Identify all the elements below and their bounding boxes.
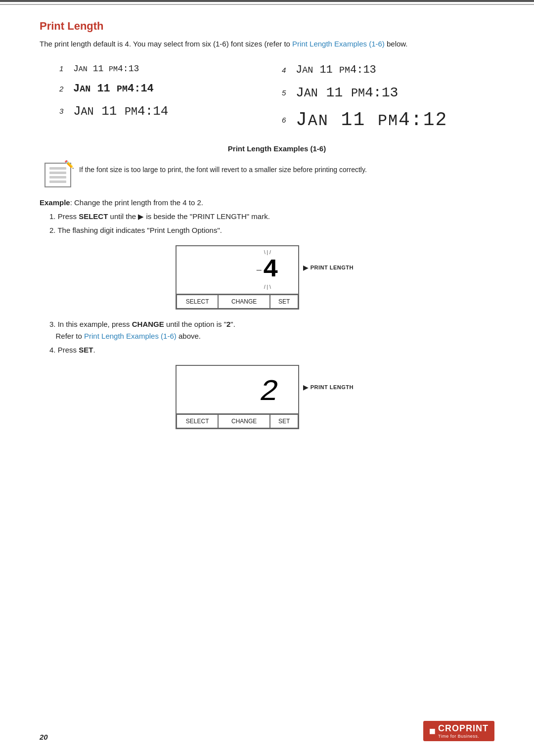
top-border [0, 0, 534, 5]
set-btn-1[interactable]: SET [270, 295, 298, 309]
example-num-4: 4 [282, 66, 296, 74]
note-text: If the font size is too large to print, … [79, 165, 367, 175]
step3-link[interactable]: Print Length Examples (1-6) [84, 332, 177, 340]
arrow-icon-2: ▶ [303, 384, 309, 391]
brand-logo: ■ CROPRINT Time for Business. [423, 721, 494, 741]
note-line-1 [49, 167, 66, 170]
page-footer: 20 ■ CROPRINT Time for Business. [40, 721, 494, 741]
step-2: 2. The flashing digit indicates "Print L… [49, 224, 494, 236]
section-title: Print Length [40, 20, 494, 33]
intro-paragraph: The print length default is 4. You may s… [40, 39, 494, 50]
intro-text-before: The print length default is 4. You may s… [40, 40, 292, 48]
print-length-text-1: PRINT LENGTH [311, 265, 354, 270]
two-bold: 2 [226, 320, 230, 328]
timestamp-1: JAN 11 PM4:13 [73, 64, 139, 74]
example-num-1: 1 [59, 64, 73, 73]
note-line-3 [49, 176, 66, 178]
diagram-1: \ | / – 4 / | \ SELECT CHANGE SET [40, 245, 494, 310]
device-box-2: 2 SELECT CHANGE SET [176, 365, 299, 429]
arrow-icon-1: ▶ [303, 264, 309, 271]
note-icon: ✏️ [44, 163, 71, 187]
font-example-1: 1 JAN 11 PM4:13 [59, 64, 272, 74]
font-example-6: 6 JAN 11 PM4:12 [282, 109, 494, 131]
change-bold: CHANGE [132, 320, 164, 328]
device-buttons-1: SELECT CHANGE SET [177, 294, 298, 309]
note-box: ✏️ If the font size is too large to prin… [44, 163, 494, 187]
example-num-3: 3 [59, 107, 73, 115]
font-example-4: 4 JAN 11 PM4:13 [282, 64, 494, 76]
font-example-3: 3 JAN 11 PM4:14 [59, 104, 272, 119]
example-section: Example: Change the print length from th… [40, 198, 494, 429]
timestamp-5: JAN 11 PM4:13 [296, 85, 398, 100]
pencil-icon: ✏️ [64, 160, 74, 169]
note-line-4 [49, 180, 66, 183]
examples-caption: Print Length Examples (1-6) [59, 144, 494, 153]
timestamp-3: JAN 11 PM4:14 [73, 104, 168, 119]
select-btn-1[interactable]: SELECT [177, 295, 218, 309]
example-desc: : Change the print length from the 4 to … [70, 198, 203, 207]
font-examples-grid: 1 JAN 11 PM4:13 2 JAN 11 PM4:14 3 JAN 11… [59, 64, 494, 139]
step-4: 4. Press SET. [49, 344, 494, 356]
set-btn-2[interactable]: SET [270, 414, 298, 428]
diagram-wrapper-1: \ | / – 4 / | \ SELECT CHANGE SET [176, 245, 299, 310]
font-example-2: 2 JAN 11 PM4:14 [59, 83, 272, 95]
tick-bottom-1: / | \ [264, 284, 271, 290]
brand-sub: Time for Business. [438, 734, 489, 739]
tick-top-1: \ | / [264, 250, 271, 255]
print-length-label-1: ▶ PRINT LENGTH [303, 264, 354, 271]
example-num-6: 6 [282, 116, 296, 124]
example-num-5: 5 [282, 89, 296, 97]
diagram-wrapper-2: 2 SELECT CHANGE SET ▶ PRINT LENGTH [176, 365, 299, 429]
dash-left-1: – [257, 265, 262, 275]
device-box-1: \ | / – 4 / | \ SELECT CHANGE SET [176, 245, 299, 310]
device-display-2: 2 [177, 366, 298, 413]
change-btn-1[interactable]: CHANGE [218, 295, 270, 309]
brand-name: CROPRINT [438, 723, 489, 733]
select-btn-2[interactable]: SELECT [177, 414, 218, 428]
timestamp-6: JAN 11 PM4:12 [296, 109, 447, 131]
intro-link[interactable]: Print Length Examples (1-6) [292, 40, 385, 48]
example-label: Example: Change the print length from th… [40, 198, 494, 207]
example-num-2: 2 [59, 85, 73, 93]
intro-text-after: below. [385, 40, 408, 48]
step-3: 3. In this example, press CHANGE until t… [49, 318, 494, 342]
step-list-2: 3. In this example, press CHANGE until t… [49, 318, 494, 356]
page-number: 20 [40, 733, 48, 741]
print-length-label-2: ▶ PRINT LENGTH [303, 384, 354, 391]
digit-1: 4 [263, 255, 278, 284]
step-1: 1. Press SELECT until the ▶ is beside th… [49, 211, 494, 222]
digit-2: 2 [260, 374, 278, 409]
example-bold: Example [40, 198, 70, 207]
device-display-1: \ | / – 4 / | \ [177, 246, 298, 294]
diagram-2: 2 SELECT CHANGE SET ▶ PRINT LENGTH [40, 365, 494, 429]
font-example-5: 5 JAN 11 PM4:13 [282, 85, 494, 100]
step-list-1: 1. Press SELECT until the ▶ is beside th… [49, 211, 494, 236]
change-btn-2[interactable]: CHANGE [218, 414, 270, 428]
print-length-text-2: PRINT LENGTH [311, 384, 354, 390]
timestamp-2: JAN 11 PM4:14 [73, 83, 154, 95]
select-bold: SELECT [79, 212, 108, 221]
device-buttons-2: SELECT CHANGE SET [177, 413, 298, 428]
brand-icon: ■ [429, 725, 436, 738]
note-line-2 [49, 172, 66, 174]
timestamp-4: JAN 11 PM4:13 [296, 64, 376, 76]
set-bold: SET [79, 346, 93, 354]
page-content: Print Length The print length default is… [0, 5, 534, 478]
